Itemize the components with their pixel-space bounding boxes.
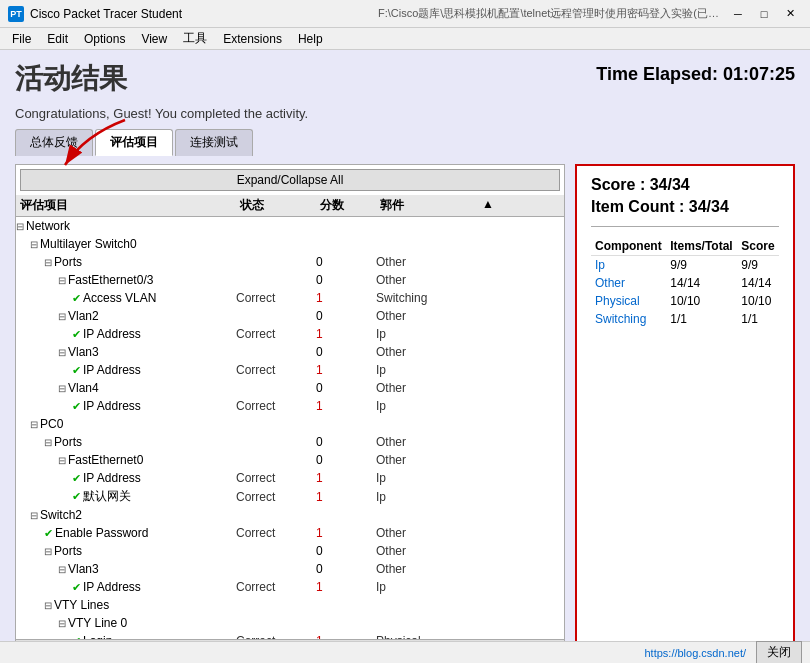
row-name-label: Switch2 <box>40 508 82 522</box>
row-name-label: Access VLAN <box>83 291 156 305</box>
expand-icon[interactable]: ⊟ <box>30 510 38 521</box>
tab-connection-test[interactable]: 连接测试 <box>175 129 253 156</box>
csdn-link[interactable]: https://blog.csdn.net/ <box>644 647 746 659</box>
score-component: Switching <box>591 310 666 328</box>
minimize-button[interactable]: ─ <box>726 4 750 24</box>
cell-component: Ip <box>376 471 476 485</box>
score-panel: Score : 34/34 Item Count : 34/34 Compone… <box>575 164 795 654</box>
menu-view[interactable]: View <box>133 30 175 48</box>
expand-icon[interactable]: ⊟ <box>58 311 66 322</box>
table-row: ✔ Login Correct 1 Physical <box>16 632 564 639</box>
row-name-label: Network <box>26 219 70 233</box>
col-header-name: 评估项目 <box>20 197 240 214</box>
score-score: 14/14 <box>737 274 779 292</box>
menu-help[interactable]: Help <box>290 30 331 48</box>
row-name-label: IP Address <box>83 399 141 413</box>
row-name-label: Multilayer Switch0 <box>40 237 137 251</box>
check-icon: ✔ <box>72 472 81 485</box>
table-row: ⊟ Vlan2 0 Other <box>16 307 564 325</box>
menu-options[interactable]: Options <box>76 30 133 48</box>
cell-score: 0 <box>316 255 376 269</box>
menu-bar: File Edit Options View 工具 Extensions Hel… <box>0 28 810 50</box>
table-row: ✔ Access VLAN Correct 1 Switching <box>16 289 564 307</box>
row-name-label: Vlan3 <box>68 562 99 576</box>
cell-component: Ip <box>376 327 476 341</box>
cell-score: 1 <box>316 490 376 504</box>
close-window-button[interactable]: ✕ <box>778 4 802 24</box>
expand-icon[interactable]: ⊟ <box>30 419 38 430</box>
cell-name: ✔ IP Address <box>16 363 236 377</box>
menu-tools[interactable]: 工具 <box>175 28 215 49</box>
expand-icon[interactable]: ⊟ <box>58 347 66 358</box>
cell-name: ⊟ Vlan3 <box>16 345 236 359</box>
cell-component: Ip <box>376 399 476 413</box>
expand-icon[interactable]: ⊟ <box>44 257 52 268</box>
score-items: 10/10 <box>666 292 737 310</box>
cell-status: Correct <box>236 580 316 594</box>
expand-icon[interactable]: ⊟ <box>58 455 66 466</box>
tab-general-feedback[interactable]: 总体反馈 <box>15 129 93 156</box>
bottom-area: Expand/Collapse All 评估项目 状态 分数 郭件 ▲ ⊟ Ne… <box>15 164 795 654</box>
expand-icon[interactable]: ⊟ <box>58 564 66 575</box>
score-line-2: Item Count : 34/34 <box>591 198 779 216</box>
cell-name: ✔ IP Address <box>16 327 236 341</box>
expand-icon[interactable]: ⊟ <box>58 275 66 286</box>
cell-component: Other <box>376 255 476 269</box>
expand-collapse-all-button[interactable]: Expand/Collapse All <box>20 169 560 191</box>
table-row: ✔ IP Address Correct 1 Ip <box>16 361 564 379</box>
expand-icon[interactable]: ⊟ <box>30 239 38 250</box>
menu-edit[interactable]: Edit <box>39 30 76 48</box>
score-component: Physical <box>591 292 666 310</box>
score-component: Ip <box>591 256 666 275</box>
expand-icon[interactable]: ⊟ <box>58 383 66 394</box>
score-table-header-component: Component <box>591 237 666 256</box>
table-row: ⊟ FastEthernet0/3 0 Other <box>16 271 564 289</box>
cell-component: Other <box>376 526 476 540</box>
cell-status: Correct <box>236 363 316 377</box>
cell-score: 1 <box>316 471 376 485</box>
close-button[interactable]: 关闭 <box>756 641 802 663</box>
expand-icon[interactable]: ⊟ <box>44 437 52 448</box>
menu-extensions[interactable]: Extensions <box>215 30 290 48</box>
activity-title-block: 活动结果 <box>15 60 127 98</box>
row-name-label: IP Address <box>83 363 141 377</box>
cell-component: Switching <box>376 291 476 305</box>
title-bar: PT Cisco Packet Tracer Student F:\Cisco题… <box>0 0 810 28</box>
time-elapsed: Time Elapsed: 01:07:25 <box>596 64 795 85</box>
file-path: F:\Cisco题库\思科模拟机配置\telnet远程管理时使用密码登入实验(已… <box>378 6 726 21</box>
cell-component: Other <box>376 435 476 449</box>
score-component: Other <box>591 274 666 292</box>
row-name-label: Ports <box>54 435 82 449</box>
cell-status: Correct <box>236 471 316 485</box>
cell-component: Other <box>376 345 476 359</box>
cell-score: 0 <box>316 544 376 558</box>
main-content: 活动结果 Time Elapsed: 01:07:25 Congratulati… <box>0 50 810 663</box>
table-row: ⊟ Multilayer Switch0 <box>16 235 564 253</box>
expand-icon[interactable]: ⊟ <box>58 618 66 629</box>
score-score: 9/9 <box>737 256 779 275</box>
score-table-row: Physical 10/10 10/10 <box>591 292 779 310</box>
tab-assessment-items[interactable]: 评估项目 <box>95 129 173 156</box>
row-name-label: FastEthernet0/3 <box>68 273 153 287</box>
table-container: Expand/Collapse All 评估项目 状态 分数 郭件 ▲ ⊟ Ne… <box>15 164 565 654</box>
menu-file[interactable]: File <box>4 30 39 48</box>
row-name-label: PC0 <box>40 417 63 431</box>
cell-status: Correct <box>236 526 316 540</box>
cell-name: ⊟ Multilayer Switch0 <box>16 237 236 251</box>
col-header-component: 郭件 <box>380 197 480 214</box>
check-icon: ✔ <box>72 581 81 594</box>
score-score: 10/10 <box>737 292 779 310</box>
cell-name: ⊟ Switch2 <box>16 508 236 522</box>
cell-name: ⊟ Vlan2 <box>16 309 236 323</box>
table-row: ⊟ Network <box>16 217 564 235</box>
cell-name: ⊟ PC0 <box>16 417 236 431</box>
maximize-button[interactable]: □ <box>752 4 776 24</box>
col-scroll-up[interactable]: ▲ <box>480 197 496 214</box>
expand-icon[interactable]: ⊟ <box>16 221 24 232</box>
expand-icon[interactable]: ⊟ <box>44 600 52 611</box>
tabs-row: 总体反馈 评估项目 连接测试 <box>15 129 795 156</box>
table-row: ✔ IP Address Correct 1 Ip <box>16 397 564 415</box>
check-icon: ✔ <box>72 328 81 341</box>
expand-icon[interactable]: ⊟ <box>44 546 52 557</box>
table-body[interactable]: ⊟ Network ⊟ Multilayer Switch0 ⊟ Ports 0 <box>16 217 564 639</box>
